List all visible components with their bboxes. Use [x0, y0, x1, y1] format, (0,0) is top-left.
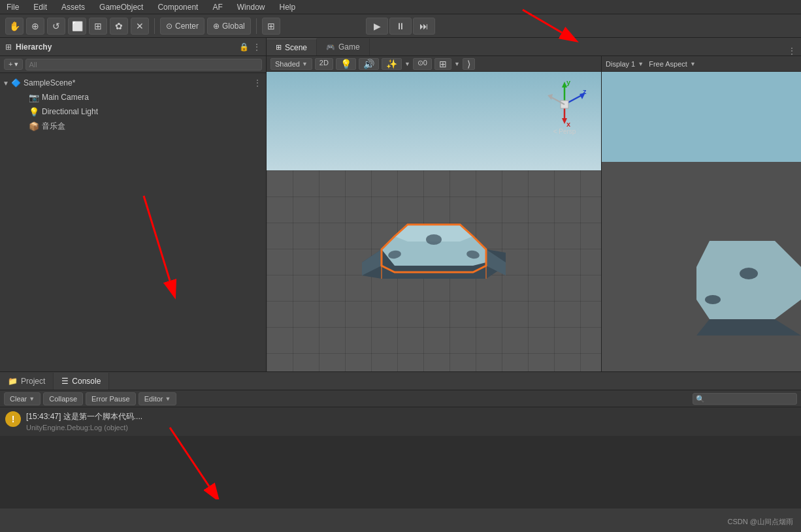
global-label: Global — [222, 22, 245, 31]
scene-more-btn[interactable]: ⟩ — [463, 58, 475, 70]
clear-button[interactable]: Clear ▼ — [4, 392, 41, 405]
shading-dropdown[interactable]: Shaded ▼ — [270, 58, 312, 70]
editor-arrow: ▼ — [165, 396, 171, 402]
hier-musicbox[interactable]: 📦 音乐盒 — [0, 119, 266, 133]
pivot-icon: ⊙ — [166, 22, 172, 31]
tab-scene[interactable]: ⊞ Scene — [267, 39, 317, 55]
collapse-label: Collapse — [49, 395, 77, 403]
hierarchy-panel: ⊞ Hierarchy 🔒 ⋮ + ▾ ▼ 🔷 SampleScene* ⋮ 📷 — [0, 38, 267, 371]
scene-name: SampleScene* — [24, 78, 75, 87]
play-button[interactable]: ▶ — [366, 18, 388, 35]
scene-tab-icon: ⊞ — [276, 43, 282, 52]
aspect-label: Free Aspect — [649, 60, 687, 68]
no-arrow2 — [21, 108, 29, 116]
search-input[interactable] — [25, 59, 262, 70]
main-area: ⊞ Hierarchy 🔒 ⋮ + ▾ ▼ 🔷 SampleScene* ⋮ 📷 — [0, 38, 801, 371]
search-bar: + ▾ — [0, 56, 266, 73]
scene-viewport: Shaded ▼ 2D 💡 🔊 ✨ ▼ ⊙0 ⊞ ▼ ⟩ — [267, 56, 601, 371]
console-toolbar: Clear ▼ Collapse Error Pause Editor ▼ — [0, 390, 801, 407]
tool-custom[interactable]: ✕ — [131, 18, 149, 35]
console-detail-0: UnityEngine.Debug:Log (object) — [26, 424, 142, 431]
hier-dir-light[interactable]: 💡 Directional Light — [0, 104, 266, 119]
svg-point-5 — [426, 234, 442, 245]
menu-help[interactable]: Help — [276, 1, 298, 13]
svg-text:y: y — [566, 78, 571, 86]
tool-hand[interactable]: ✋ — [5, 18, 24, 35]
play-controls: ▶ ⏸ ⏭ — [366, 18, 435, 35]
tool-rotate[interactable]: ↺ — [47, 18, 65, 35]
hierarchy-scene-root[interactable]: ▼ 🔷 SampleScene* ⋮ — [0, 76, 266, 90]
svg-point-25 — [740, 268, 758, 279]
project-tab-label: Project — [21, 377, 45, 386]
menu-assets[interactable]: Assets — [59, 1, 88, 13]
grid-scene-btn[interactable]: ⊞ — [434, 58, 451, 70]
hex-object — [329, 171, 538, 302]
grid-dropdown[interactable]: ▼ — [454, 61, 460, 67]
scene-canvas[interactable]: y z x — [267, 72, 601, 371]
svg-marker-22 — [548, 94, 553, 100]
hierarchy-content: ▼ 🔷 SampleScene* ⋮ 📷 Main Camera 💡 Direc… — [0, 73, 266, 371]
scene-toolbar: Shaded ▼ 2D 💡 🔊 ✨ ▼ ⊙0 ⊞ ▼ ⟩ — [267, 56, 601, 72]
console-entry-0[interactable]: ! [15:43:47] 这是第一个脚本代码.... UnityEngine.D… — [0, 407, 801, 436]
aspect-arrow[interactable]: ▼ — [690, 61, 696, 67]
tool-move[interactable]: ⊕ — [26, 18, 44, 35]
display-arrow[interactable]: ▼ — [638, 61, 644, 67]
fx-dropdown[interactable]: ▼ — [404, 61, 410, 67]
fx-btn[interactable]: ✨ — [382, 58, 402, 70]
pause-button[interactable]: ⏸ — [389, 18, 412, 35]
musicbox-name: 音乐盒 — [42, 121, 65, 132]
tool-rect[interactable]: ⊞ — [89, 18, 107, 35]
pivot-center-btn[interactable]: ⊙ Center — [160, 18, 204, 35]
console-search-input[interactable] — [693, 393, 797, 405]
console-tab-icon: ☰ — [61, 377, 69, 386]
game-viewport: Display 1 ▼ Free Aspect ▼ — [601, 56, 801, 371]
hierarchy-more-icon[interactable]: ⋮ — [253, 42, 261, 52]
tool-transform[interactable]: ✿ — [110, 18, 128, 35]
hier-main-camera[interactable]: 📷 Main Camera — [0, 90, 266, 104]
2d-toggle[interactable]: 2D — [315, 58, 333, 70]
fx-arrow: ▼ — [404, 61, 410, 67]
tool-scale[interactable]: ⬜ — [68, 18, 86, 35]
lighting-btn[interactable]: 💡 — [336, 58, 356, 70]
toolbar: ✋ ⊕ ↺ ⬜ ⊞ ✿ ✕ ⊙ Center ⊕ Global ⊞ ▶ ⏸ ⏭ — [0, 14, 801, 38]
collapse-button[interactable]: Collapse — [43, 392, 83, 405]
viewport-area: ⊞ Scene 🎮 Game ⋮ Shaded ▼ 2D — [267, 38, 801, 371]
sep1 — [154, 18, 155, 34]
light-name: Directional Light — [42, 107, 98, 116]
camera-name: Main Camera — [42, 93, 89, 102]
hierarchy-header-icons: 🔒 ⋮ — [239, 42, 261, 52]
space-global-btn[interactable]: ⊕ Global — [207, 18, 251, 35]
error-pause-button[interactable]: Error Pause — [86, 392, 136, 405]
svg-marker-23 — [696, 241, 801, 319]
persp-label: < Persp — [553, 128, 576, 135]
menu-window[interactable]: Window — [235, 1, 268, 13]
menu-af[interactable]: AF — [210, 1, 225, 13]
error-pause-label: Error Pause — [91, 395, 130, 403]
step-button[interactable]: ⏭ — [413, 18, 435, 35]
svg-marker-27 — [696, 319, 801, 336]
gizmo: y z x — [538, 77, 591, 136]
game-canvas[interactable] — [602, 72, 801, 371]
viewport-more-icon[interactable]: ⋮ — [788, 46, 796, 55]
tab-project[interactable]: 📁 Project — [0, 373, 54, 390]
console-content: ! [15:43:47] 这是第一个脚本代码.... UnityEngine.D… — [0, 407, 801, 509]
svg-text:x: x — [566, 120, 571, 128]
hierarchy-lock-icon[interactable]: 🔒 — [239, 42, 249, 52]
game-tab-label: Game — [338, 42, 360, 52]
menu-bar: File Edit Assets GameObject Component AF… — [0, 0, 801, 14]
tab-game[interactable]: 🎮 Game — [317, 39, 370, 55]
tab-console[interactable]: ☰ Console — [54, 373, 109, 390]
menu-edit[interactable]: Edit — [31, 1, 50, 13]
gizmo-icon[interactable]: ⊙0 — [413, 58, 432, 70]
scene-menu[interactable]: ⋮ — [253, 78, 262, 88]
editor-dropdown[interactable]: Editor ▼ — [139, 392, 177, 405]
grid-btn[interactable]: ⊞ — [262, 18, 280, 35]
cube-icon: 📦 — [29, 121, 39, 131]
menu-component[interactable]: Component — [155, 1, 201, 13]
audio-btn[interactable]: 🔊 — [359, 58, 379, 70]
menu-file[interactable]: File — [4, 1, 22, 13]
add-button[interactable]: + ▾ — [4, 59, 23, 70]
menu-gameobject[interactable]: GameObject — [97, 1, 146, 13]
clear-arrow[interactable]: ▼ — [29, 396, 35, 402]
hierarchy-grid-icon: ⊞ — [5, 42, 12, 52]
